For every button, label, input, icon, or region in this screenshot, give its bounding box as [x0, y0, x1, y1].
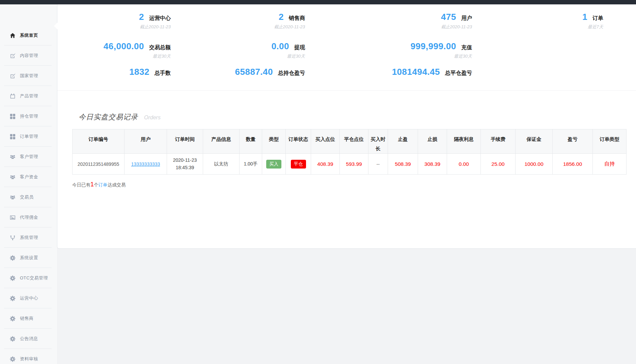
sidebar-item-销售商[interactable]: 销售商 [0, 308, 57, 329]
sidebar-item-系统首页[interactable]: 系统首页 [0, 25, 57, 46]
stat-note: 截止2020-11-23 [441, 24, 472, 30]
orders-section: 今日实盘交易记录 Orders 订单编号 用户 订单时间 产品信息 数量 类型 [57, 90, 636, 188]
sidebar-item-订单管理[interactable]: 订单管理 [0, 126, 57, 147]
user-phone-link[interactable]: 13333333333 [131, 161, 160, 167]
orders-title-zh: 今日实盘交易记录 [79, 112, 138, 122]
stats-column-4: 1订单 最近7天 [481, 12, 636, 90]
orders-title-en: Orders [144, 115, 161, 121]
sidebar: 系统首页内容管理国家管理产品管理持仓管理订单管理客户管理客户资金交易员代理佣金系… [0, 4, 57, 364]
col-header-margin: 保证金 [516, 129, 553, 154]
gear-icon [9, 336, 16, 342]
sidebar-item-label: 产品管理 [20, 93, 38, 99]
grid-icon [9, 133, 16, 140]
col-header-overnight-interest: 隔夜利息 [447, 129, 481, 154]
stat-value: 0.00 [271, 41, 289, 52]
stat-label: 销售商 [289, 15, 305, 22]
cell-order-no: 2020112351489955 [73, 154, 125, 175]
cell-order-type: 自持 [593, 154, 627, 175]
stat-label: 用户 [461, 15, 472, 22]
sidebar-item-代理佣金[interactable]: 代理佣金 [0, 207, 57, 228]
sidebar-item-label: 内容管理 [20, 53, 38, 59]
note-unit: 个 [94, 182, 99, 187]
stat-total-lots: 1832总手数 [129, 67, 171, 77]
cell-overnight-interest: 0.00 [447, 154, 481, 175]
orders-title: 今日实盘交易记录 Orders [79, 112, 636, 122]
sidebar-item-label: 代理佣金 [20, 214, 38, 220]
sidebar-item-运营中心[interactable]: 运营中心 [0, 288, 57, 308]
col-header-fee: 手续费 [481, 129, 516, 154]
gear-icon [9, 255, 16, 261]
sidebar-item-持仓管理[interactable]: 持仓管理 [0, 106, 57, 126]
col-header-close-point: 平仓点位 [340, 129, 368, 154]
sidebar-item-交易员[interactable]: 交易员 [0, 187, 57, 207]
sidebar-item-label: 系统管理 [20, 235, 38, 241]
stat-label: 总平仓盈亏 [445, 70, 472, 77]
stat-sellers: 2销售商 截止2020-11-23 [274, 12, 305, 28]
cell-quantity: 1.00手 [240, 154, 262, 175]
stat-operation-centers: 2运营中心 截止2020-11-23 [139, 12, 171, 28]
col-header-stop-loss: 止损 [418, 129, 447, 154]
sidebar-item-label: 客户管理 [20, 154, 38, 160]
stat-note: 最近30天 [271, 53, 305, 59]
edit-icon [9, 53, 16, 59]
cell-profit: 1856.00 [553, 154, 593, 175]
sidebar-item-系统管理[interactable]: 系统管理 [0, 228, 57, 248]
stats-column-2: 2销售商 截止2020-11-23 0.00提现 最近30天 65887.40总… [179, 12, 314, 90]
stat-value: 1081494.45 [392, 67, 440, 77]
stat-value: 2 [279, 12, 284, 22]
buy-badge: 买入 [266, 160, 281, 169]
sidebar-item-label: 持仓管理 [20, 113, 38, 119]
order-clock: 18:45:39 [167, 164, 203, 172]
cell-type: 买入 [262, 154, 286, 175]
gear-icon [9, 295, 16, 301]
gear-icon [9, 356, 16, 362]
gear-icon [9, 315, 16, 322]
stat-value: 65887.40 [235, 67, 273, 77]
top-navigation-bar [0, 0, 636, 4]
sidebar-item-label: 资料审核 [20, 356, 38, 362]
stat-withdrawals: 0.00提现 最近30天 [271, 41, 305, 58]
cell-product: 以太坊 [203, 154, 240, 175]
branch-icon [9, 235, 16, 241]
sidebar-item-label: 系统首页 [20, 32, 38, 38]
sidebar-item-客户资金[interactable]: 客户资金 [0, 167, 57, 187]
sidebar-item-资料审核[interactable]: 资料审核 [0, 349, 57, 364]
orders-summary-note: 今日已有1个订单达成交易 [72, 181, 636, 188]
sidebar-item-系统设置[interactable]: 系统设置 [0, 248, 57, 268]
col-header-type: 类型 [262, 129, 286, 154]
stat-total-trade-amount: 46,000.00交易总额 最近30天 [104, 41, 171, 58]
col-header-buy-duration: 买入时长 [368, 129, 388, 154]
grid-icon [9, 113, 16, 119]
cell-buy-duration: -- [368, 154, 388, 175]
home-icon [9, 32, 16, 38]
stat-value: 475 [441, 12, 456, 22]
stat-label: 提现 [294, 44, 305, 51]
sidebar-item-OTC交易管理[interactable]: OTC交易管理 [0, 268, 57, 288]
stat-note: 截止2020-11-23 [139, 24, 171, 30]
col-header-user: 用户 [125, 129, 167, 154]
sidebar-item-国家管理[interactable]: 国家管理 [0, 66, 57, 86]
stat-users: 475用户 截止2020-11-23 [441, 12, 472, 28]
stat-label: 充值 [461, 44, 472, 51]
sidebar-item-公告消息[interactable]: 公告消息 [0, 329, 57, 349]
stat-value: 2 [139, 12, 144, 22]
sidebar-item-客户管理[interactable]: 客户管理 [0, 147, 57, 167]
sidebar-item-内容管理[interactable]: 内容管理 [0, 46, 57, 66]
stat-value: 46,000.00 [104, 41, 144, 52]
sidebar-item-label: 公告消息 [20, 336, 38, 342]
note-suffix: 达成交易 [108, 182, 126, 187]
note-orders-link[interactable]: 订单 [99, 182, 108, 187]
sidebar-item-label: 系统设置 [20, 255, 38, 261]
cell-stop-loss: 308.39 [418, 154, 447, 175]
col-header-take-profit: 止盈 [388, 129, 418, 154]
col-header-status: 订单状态 [286, 129, 311, 154]
col-header-profit: 盈亏 [553, 129, 593, 154]
stat-orders: 1订单 最近7天 [582, 12, 603, 28]
stat-open-position-pl: 65887.40总持仓盈亏 [235, 67, 305, 77]
main-panel: 2运营中心 截止2020-11-23 46,000.00交易总额 最近30天 1… [57, 4, 636, 249]
sidebar-item-label: 订单管理 [20, 133, 38, 140]
stat-value: 1 [582, 12, 587, 22]
sidebar-item-产品管理[interactable]: 产品管理 [0, 86, 57, 106]
col-header-quantity: 数量 [240, 129, 262, 154]
stat-value: 999,999.00 [411, 41, 456, 52]
